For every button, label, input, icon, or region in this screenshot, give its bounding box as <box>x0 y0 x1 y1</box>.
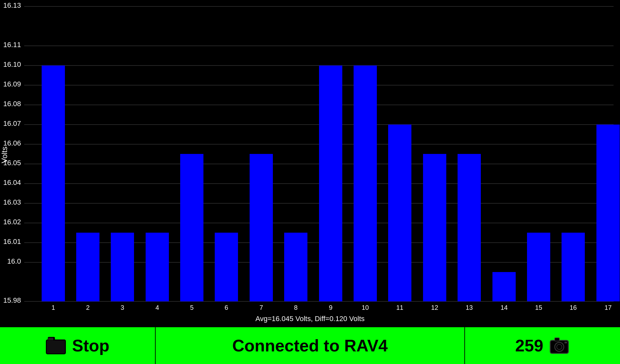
stop-button[interactable]: Stop <box>0 327 155 364</box>
svg-text:15.98: 15.98 <box>3 296 21 304</box>
chart-area: 16.13 16.11 16.10 16.09 16.08 16.07 16.0… <box>0 0 620 327</box>
svg-text:16.03: 16.03 <box>3 198 21 206</box>
svg-rect-66 <box>48 338 53 340</box>
svg-text:3: 3 <box>120 304 124 311</box>
svg-text:11: 11 <box>396 304 403 311</box>
svg-text:1: 1 <box>51 304 55 311</box>
svg-text:10: 10 <box>362 304 369 311</box>
svg-text:13: 13 <box>466 304 473 311</box>
svg-rect-70 <box>555 338 559 341</box>
svg-rect-29 <box>42 66 65 301</box>
svg-text:16.01: 16.01 <box>3 238 21 246</box>
svg-rect-35 <box>146 233 169 301</box>
svg-text:16: 16 <box>570 304 577 311</box>
status-label: Connected to RAV4 <box>232 336 388 355</box>
y-axis-label: Volts <box>0 147 9 163</box>
svg-text:16.09: 16.09 <box>3 80 21 88</box>
svg-text:16.07: 16.07 <box>3 119 21 127</box>
svg-rect-41 <box>250 154 273 301</box>
svg-point-69 <box>557 344 562 349</box>
svg-rect-39 <box>215 233 238 301</box>
svg-rect-31 <box>76 233 99 301</box>
chart-svg: 16.13 16.11 16.10 16.09 16.08 16.07 16.0… <box>0 0 620 327</box>
svg-text:16.08: 16.08 <box>3 100 21 108</box>
svg-text:2: 2 <box>86 304 89 311</box>
svg-text:14: 14 <box>501 304 508 311</box>
svg-text:5: 5 <box>190 304 193 311</box>
svg-rect-33 <box>111 233 134 301</box>
svg-rect-71 <box>564 342 567 343</box>
svg-text:4: 4 <box>155 304 159 311</box>
chart-annotation: Avg=16.045 Volts, Diff=0.120 Volts <box>255 315 365 323</box>
svg-rect-55 <box>492 272 516 301</box>
svg-rect-65 <box>47 340 65 353</box>
svg-rect-53 <box>458 154 481 301</box>
svg-text:7: 7 <box>259 304 263 311</box>
svg-text:16.11: 16.11 <box>3 41 21 49</box>
svg-text:8: 8 <box>294 304 297 311</box>
svg-text:17: 17 <box>604 304 612 311</box>
svg-rect-45 <box>319 66 342 301</box>
svg-text:16.02: 16.02 <box>3 218 21 226</box>
svg-rect-51 <box>423 154 446 301</box>
svg-rect-43 <box>284 233 307 301</box>
camera-icon-left <box>46 336 66 355</box>
svg-rect-61 <box>596 125 620 301</box>
count-button[interactable]: 259 <box>465 327 620 364</box>
svg-text:16.13: 16.13 <box>3 1 21 9</box>
svg-text:9: 9 <box>329 304 332 311</box>
svg-rect-47 <box>354 66 377 301</box>
svg-text:12: 12 <box>431 304 438 311</box>
svg-text:6: 6 <box>224 304 228 311</box>
stop-label: Stop <box>72 336 109 355</box>
svg-rect-37 <box>180 154 203 301</box>
svg-text:16.10: 16.10 <box>3 60 21 68</box>
svg-text:16.0: 16.0 <box>7 257 21 265</box>
svg-text:16.04: 16.04 <box>3 178 21 187</box>
status-button[interactable]: Connected to RAV4 <box>156 327 464 364</box>
svg-rect-49 <box>388 125 411 301</box>
bottom-bar: Stop Connected to RAV4 259 <box>0 327 620 364</box>
svg-rect-59 <box>562 233 585 301</box>
svg-text:16.06: 16.06 <box>3 139 21 147</box>
camera-icon-right <box>549 336 570 355</box>
svg-rect-57 <box>527 233 550 301</box>
svg-text:15: 15 <box>535 304 542 311</box>
count-label: 259 <box>515 336 543 355</box>
